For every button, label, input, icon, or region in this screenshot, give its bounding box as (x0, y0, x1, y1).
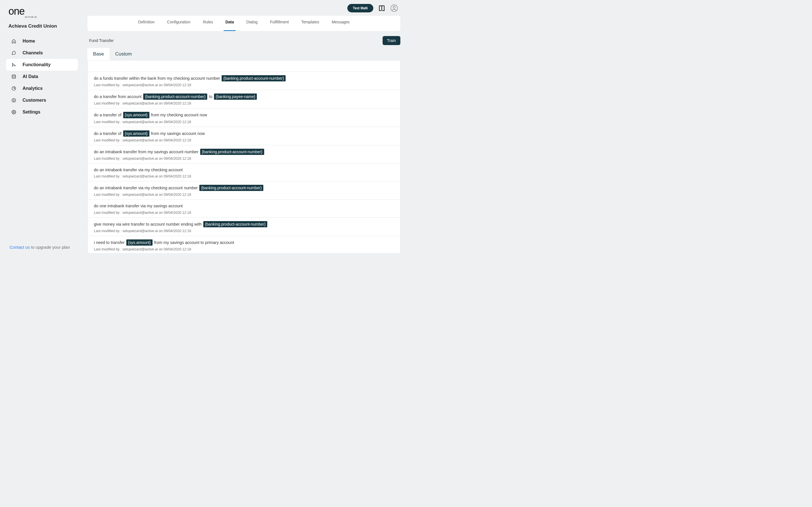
main-content: Test MaN Definition Configuration Rules … (82, 0, 406, 253)
sidebar-item-label: Analytics (22, 86, 43, 91)
sidebar-item-label: Channels (22, 50, 43, 55)
utterance-text: do a transfer of {sys.amount} from my ch… (94, 112, 394, 118)
sidebar-item-label: AI Data (22, 74, 38, 79)
utterance-meta: Last modified by : setupwizard@active.ai… (94, 193, 394, 196)
list-item[interactable]: do an intrabank transfer via my checking… (88, 164, 400, 181)
brand-subtitle: ACTIVE.AI (25, 16, 73, 18)
sidebar-item-label: Home (22, 39, 35, 44)
database-icon (11, 74, 16, 79)
sidebar-item-functionality[interactable]: Functionality (6, 59, 78, 71)
list-item[interactable]: do an intrabank transfer via my checking… (88, 181, 400, 200)
sidebar-item-channels[interactable]: Channels (6, 47, 78, 59)
account-badge[interactable]: Test MaN (347, 4, 373, 12)
svg-point-3 (12, 75, 15, 76)
entity-chip: {banking.payee-name} (214, 94, 257, 100)
page-header: Fund Transfer Train (82, 31, 406, 48)
list-item[interactable]: give money via wire transfer to account … (88, 218, 400, 236)
utterance-list: do a funds transfer within the bank from… (87, 60, 400, 253)
sidebar-item-analytics[interactable]: Analytics (6, 82, 78, 94)
list-item[interactable]: do a funds transfer within the bank from… (88, 72, 400, 90)
gear-icon (11, 110, 16, 114)
list-item[interactable]: do one intrabank transfer via my savings… (88, 200, 400, 217)
list-item[interactable]: i need to transfer {sys.amount} from my … (88, 236, 400, 253)
tab-configuration[interactable]: Configuration (166, 20, 191, 27)
tab-definition[interactable]: Definition (138, 20, 155, 27)
customers-icon (11, 98, 16, 103)
breadcrumb: Fund Transfer (87, 38, 114, 43)
svg-point-1 (12, 66, 13, 66)
sidebar-item-label: Customers (22, 98, 46, 103)
utterance-meta: Last modified by : setupwizard@active.ai… (94, 247, 394, 251)
book-icon[interactable] (378, 4, 386, 12)
utterance-meta: Last modified by : setupwizard@active.ai… (94, 174, 394, 178)
list-item[interactable]: do an intrabank transfer from my savings… (88, 145, 400, 164)
tab-rules[interactable]: Rules (202, 20, 214, 27)
list-item[interactable]: do a transfer from account {banking.prod… (88, 90, 400, 108)
entity-chip: {banking.product-account-number} (203, 221, 267, 227)
utterance-text: give money via wire transfer to account … (94, 221, 394, 227)
list-header (88, 61, 400, 72)
entity-chip: {banking.product-account-number} (200, 149, 264, 155)
svg-point-7 (14, 100, 14, 100)
utterance-text: do one intrabank transfer via my savings… (94, 203, 394, 209)
sidebar-item-label: Settings (22, 110, 40, 115)
svg-point-8 (13, 112, 14, 113)
tab-data[interactable]: Data (225, 20, 234, 27)
utterance-text: do an intrabank transfer via my checking… (94, 167, 394, 173)
sidebar-item-label: Functionality (22, 62, 51, 67)
sidebar-nav: Home Channels Functionality AI Data Anal… (0, 35, 82, 118)
utterance-text: do an intrabank transfer from my savings… (94, 149, 394, 155)
utterance-meta: Last modified by : setupwizard@active.ai… (94, 138, 394, 142)
subtab-base[interactable]: Base (87, 48, 110, 60)
topbar: Test MaN (82, 0, 406, 16)
sidebar-footer: Contact us to upgrade your plan (0, 241, 82, 253)
entity-chip: {sys.amount} (126, 239, 153, 245)
subtabs: Base Custom (82, 48, 406, 60)
tab-messages[interactable]: Messages (331, 20, 350, 27)
org-name: Achieva Credit Union (0, 20, 82, 35)
user-avatar-icon[interactable] (390, 4, 398, 12)
channels-icon (11, 51, 16, 55)
footer-text: to upgrade your plan (30, 245, 70, 249)
utterance-text: i need to transfer {sys.amount} from my … (94, 239, 394, 245)
sidebar-item-ai-data[interactable]: AI Data (6, 71, 78, 82)
analytics-icon (11, 86, 16, 91)
list-item[interactable]: do a transfer of {sys.amount} from my ch… (88, 108, 400, 127)
subtab-custom[interactable]: Custom (110, 48, 138, 60)
functionality-icon (11, 62, 16, 67)
tab-fullfillment[interactable]: Fullfillment (269, 20, 289, 27)
utterance-meta: Last modified by : setupwizard@active.ai… (94, 157, 394, 161)
svg-point-0 (12, 63, 13, 64)
svg-point-5 (12, 98, 15, 102)
utterance-text: do a funds transfer within the bank from… (94, 75, 394, 81)
list-item[interactable]: do a transfer of {sys.amount} from my sa… (88, 127, 400, 145)
utterance-text: do an intrabank transfer via my checking… (94, 185, 394, 191)
tab-templates[interactable]: Templates (301, 20, 320, 27)
utterance-meta: Last modified by : setupwizard@active.ai… (94, 120, 394, 124)
entity-chip: {banking.product-account-number} (199, 185, 263, 191)
tab-dialog[interactable]: Dialog (246, 20, 258, 27)
brand-logo: one ACTIVE.AI (0, 0, 82, 20)
sidebar-item-home[interactable]: Home (6, 35, 78, 47)
contact-us-link[interactable]: Contact us (10, 245, 30, 249)
sidebar-item-settings[interactable]: Settings (6, 106, 78, 118)
brand-name: one (8, 5, 24, 17)
utterance-text: do a transfer from account {banking.prod… (94, 94, 394, 100)
home-icon (11, 39, 16, 43)
utterance-meta: Last modified by : setupwizard@active.ai… (94, 83, 394, 87)
entity-chip: {sys.amount} (123, 130, 149, 136)
utterance-meta: Last modified by : setupwizard@active.ai… (94, 229, 394, 233)
tabbar: Definition Configuration Rules Data Dial… (87, 16, 400, 31)
utterance-text: do a transfer of {sys.amount} from my sa… (94, 130, 394, 136)
sidebar-item-customers[interactable]: Customers (6, 94, 78, 106)
entity-chip: {banking.product-account-number} (221, 75, 286, 81)
sidebar: one ACTIVE.AI Achieva Credit Union Home … (0, 0, 82, 253)
entity-chip: {sys.amount} (123, 112, 149, 118)
entity-chip: {banking.product-account-number} (143, 94, 207, 100)
utterance-meta: Last modified by : setupwizard@active.ai… (94, 211, 394, 215)
utterance-meta: Last modified by : setupwizard@active.ai… (94, 101, 394, 105)
train-button[interactable]: Train (383, 36, 400, 45)
svg-point-10 (393, 6, 395, 8)
